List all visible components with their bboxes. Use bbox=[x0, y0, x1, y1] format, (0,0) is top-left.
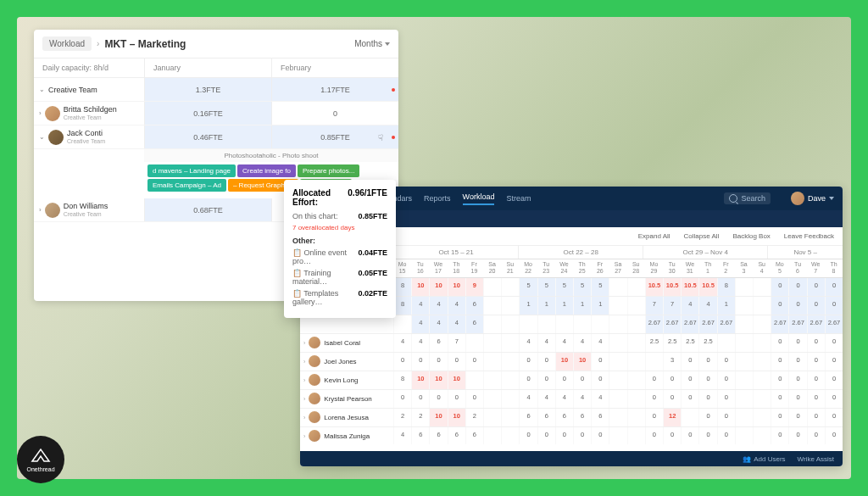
grid-cell[interactable]: 0 bbox=[663, 427, 681, 444]
grid-cell[interactable] bbox=[483, 297, 501, 315]
grid-cell[interactable]: 1 bbox=[555, 297, 573, 315]
expand-icon[interactable]: › bbox=[303, 433, 305, 439]
grid-cell[interactable]: 0 bbox=[717, 409, 735, 426]
grid-cell[interactable]: 5 bbox=[555, 278, 573, 296]
grid-cell[interactable]: 0 bbox=[825, 278, 843, 296]
grid-cell[interactable]: 0 bbox=[788, 353, 806, 371]
grid-cell[interactable]: 2.67 bbox=[788, 315, 806, 333]
grid-cell[interactable]: 5 bbox=[519, 278, 537, 296]
expand-icon[interactable]: › bbox=[303, 340, 305, 346]
grid-cell[interactable] bbox=[753, 334, 771, 352]
grid-cell[interactable] bbox=[483, 371, 501, 389]
grid-cell[interactable]: 4 bbox=[555, 390, 573, 408]
grid-cell[interactable]: 0 bbox=[717, 390, 735, 408]
grid-cell[interactable]: 2 bbox=[411, 409, 429, 426]
grid-cell[interactable]: 6 bbox=[573, 409, 591, 426]
grid-row[interactable]: ›Lorena Jesusa221010266666012000000 bbox=[300, 409, 843, 427]
grid-cell[interactable]: 10 bbox=[448, 371, 465, 389]
grid-cell[interactable] bbox=[555, 315, 573, 333]
collapse-icon[interactable]: ⌄ bbox=[39, 133, 45, 141]
grid-cell[interactable]: 2.67 bbox=[717, 315, 735, 333]
grid-cell[interactable]: 4 bbox=[429, 297, 447, 315]
grid-cell[interactable] bbox=[627, 409, 645, 426]
grid-cell[interactable]: 0 bbox=[411, 390, 429, 408]
grid-cell[interactable]: 2.67 bbox=[681, 315, 698, 333]
add-users-link[interactable]: 👥 Add Users bbox=[743, 455, 785, 463]
grid-cell[interactable] bbox=[627, 353, 645, 371]
grid-cell[interactable]: 0 bbox=[807, 390, 825, 408]
grid-cell[interactable]: 0 bbox=[788, 297, 806, 315]
grid-cell[interactable]: 0 bbox=[698, 353, 716, 371]
grid-cell[interactable]: 0 bbox=[645, 390, 663, 408]
grid-cell[interactable]: 10 bbox=[411, 371, 429, 389]
grid-cell[interactable]: 2.67 bbox=[645, 315, 663, 333]
grid-cell[interactable] bbox=[609, 353, 626, 371]
grid-cell[interactable] bbox=[627, 315, 645, 333]
grid-cell[interactable] bbox=[609, 315, 626, 333]
grid-cell[interactable] bbox=[483, 427, 501, 444]
grid-cell[interactable]: 0 bbox=[448, 353, 465, 371]
grid-cell[interactable]: 0 bbox=[429, 390, 447, 408]
task-pill[interactable]: Prepare photos... bbox=[298, 164, 359, 177]
toolbar-backlog-box[interactable]: Backlog Box bbox=[732, 232, 770, 240]
grid-cell[interactable] bbox=[735, 371, 753, 389]
expand-icon[interactable]: › bbox=[303, 415, 305, 421]
grid-cell[interactable]: 0 bbox=[698, 371, 716, 389]
grid-cell[interactable]: 10 bbox=[573, 353, 591, 371]
feb-cell[interactable]: 0.85FTE ☟ bbox=[271, 125, 398, 148]
grid-cell[interactable]: 0 bbox=[788, 409, 806, 426]
grid-cell[interactable]: 7 bbox=[663, 297, 681, 315]
grid-cell[interactable]: 0 bbox=[788, 427, 806, 444]
grid-cell[interactable]: 6 bbox=[429, 334, 447, 352]
grid-cell[interactable]: 9 bbox=[465, 278, 483, 296]
toolbar-leave-feedback[interactable]: Leave Feedback bbox=[784, 232, 834, 240]
grid-cell[interactable]: 0 bbox=[788, 334, 806, 352]
grid-cell[interactable] bbox=[501, 409, 519, 426]
person-row[interactable]: › Britta Schildgen Creative Team 0.16FTE… bbox=[34, 102, 398, 125]
grid-cell[interactable]: 6 bbox=[519, 409, 537, 426]
grid-cell[interactable] bbox=[753, 315, 771, 333]
grid-cell[interactable]: 5 bbox=[591, 278, 609, 296]
grid-cell[interactable] bbox=[519, 315, 537, 333]
grid-cell[interactable]: 10 bbox=[555, 353, 573, 371]
grid-cell[interactable]: 0 bbox=[771, 353, 788, 371]
grid-cell[interactable]: 10.5 bbox=[681, 278, 698, 296]
grid-cell[interactable]: 0 bbox=[645, 409, 663, 426]
grid-cell[interactable] bbox=[501, 371, 519, 389]
grid-cell[interactable] bbox=[645, 353, 663, 371]
grid-cell[interactable] bbox=[393, 315, 411, 333]
grid-cell[interactable]: 4 bbox=[393, 427, 411, 444]
grid-cell[interactable]: 8 bbox=[393, 371, 411, 389]
grid-cell[interactable]: 6 bbox=[448, 427, 465, 444]
grid-cell[interactable]: 1 bbox=[573, 297, 591, 315]
grid-cell[interactable]: 6 bbox=[537, 409, 555, 426]
grid-cell[interactable]: 10.5 bbox=[698, 278, 716, 296]
grid-cell[interactable]: 10 bbox=[429, 409, 447, 426]
grid-cell[interactable] bbox=[735, 390, 753, 408]
grid-cell[interactable]: 6 bbox=[465, 427, 483, 444]
grid-cell[interactable] bbox=[753, 278, 771, 296]
grid-cell[interactable]: 0 bbox=[825, 334, 843, 352]
grid-cell[interactable]: 4 bbox=[393, 334, 411, 352]
expand-icon[interactable]: › bbox=[39, 109, 42, 117]
grid-cell[interactable]: 7 bbox=[645, 297, 663, 315]
grid-cell[interactable] bbox=[609, 334, 626, 352]
grid-cell[interactable] bbox=[753, 390, 771, 408]
expand-icon[interactable]: › bbox=[303, 359, 305, 365]
grid-cell[interactable]: 0 bbox=[591, 371, 609, 389]
grid-cell[interactable]: 0 bbox=[807, 409, 825, 426]
grid-cell[interactable]: 10 bbox=[448, 278, 465, 296]
grid-cell[interactable] bbox=[735, 297, 753, 315]
grid-cell[interactable]: 0 bbox=[807, 353, 825, 371]
grid-cell[interactable]: 0 bbox=[645, 371, 663, 389]
grid-cell[interactable]: 0 bbox=[591, 427, 609, 444]
grid-cell[interactable]: 4 bbox=[448, 315, 465, 333]
grid-cell[interactable] bbox=[735, 278, 753, 296]
grid-row[interactable]: ›Malissa Zuniga4666600000000000000 bbox=[300, 427, 843, 444]
grid-cell[interactable]: 0 bbox=[771, 371, 788, 389]
task-pill[interactable]: Create image fo bbox=[237, 164, 296, 177]
grid-cell[interactable]: 4 bbox=[448, 297, 465, 315]
grid-cell[interactable] bbox=[609, 409, 626, 426]
grid-cell[interactable]: 4 bbox=[537, 334, 555, 352]
grid-cell[interactable]: 0 bbox=[717, 371, 735, 389]
